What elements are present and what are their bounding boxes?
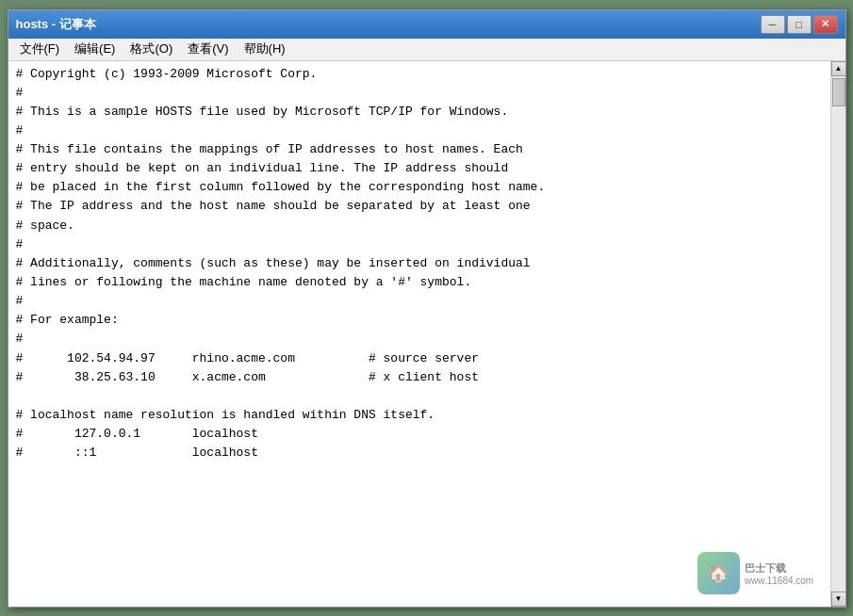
watermark: 🏠 巴士下载 www.11684.com [690,545,822,602]
title-bar: hosts - 记事本 ─ □ ✕ [8,10,845,39]
scroll-thumb[interactable] [832,78,845,106]
scroll-down-button[interactable]: ▼ [831,592,845,607]
watermark-icon: 🏠 [697,552,740,594]
maximize-button[interactable]: □ [787,15,812,34]
vertical-scrollbar: ▲ ▼ [830,61,845,607]
scroll-up-button[interactable]: ▲ [831,61,845,76]
watermark-label: 巴士下载 [745,561,813,575]
watermark-info: 巴士下载 www.11684.com [745,561,813,586]
main-window: hosts - 记事本 ─ □ ✕ 文件(F) 编辑(E) 格式(O) 查看(V… [8,9,846,608]
watermark-site: www.11684.com [745,575,813,586]
menu-edit[interactable]: 编辑(E) [67,39,123,59]
menu-bar: 文件(F) 编辑(E) 格式(O) 查看(V) 帮助(H) [8,39,845,61]
menu-file[interactable]: 文件(F) [12,39,68,59]
window-controls: ─ □ ✕ [761,15,838,34]
menu-format[interactable]: 格式(O) [123,39,180,59]
menu-help[interactable]: 帮助(H) [237,39,293,59]
menu-view[interactable]: 查看(V) [180,39,236,59]
minimize-button[interactable]: ─ [761,15,785,34]
text-editor[interactable]: # Copyright (c) 1993-2009 Microsoft Corp… [8,61,830,607]
close-button[interactable]: ✕ [813,15,838,34]
content-area: # Copyright (c) 1993-2009 Microsoft Corp… [8,61,845,607]
window-title: hosts - 记事本 [16,16,96,33]
scroll-track [831,76,845,592]
